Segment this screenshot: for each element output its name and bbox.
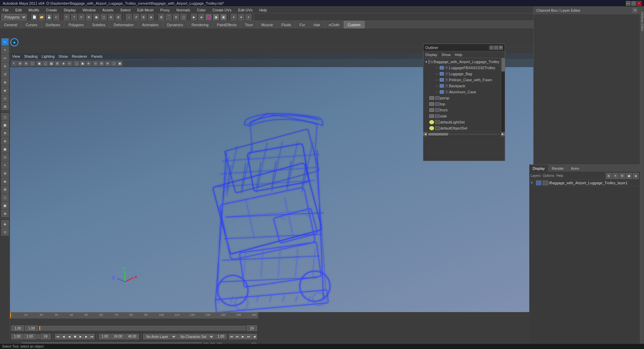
- layer-opt-icon[interactable]: ⚙: [619, 173, 625, 179]
- outliner-menu-display[interactable]: Display: [425, 53, 437, 57]
- tool-move[interactable]: ✛: [1, 62, 9, 70]
- menu-edit-mesh[interactable]: Edit Mesh: [136, 7, 155, 13]
- tab-deformation[interactable]: Deformation: [110, 21, 138, 29]
- help-label[interactable]: Help: [556, 174, 563, 178]
- outliner-max[interactable]: □: [494, 46, 498, 50]
- toolbar-paint[interactable]: ✏: [78, 14, 85, 20]
- pb-frame-end[interactable]: [111, 334, 125, 339]
- menu-edit[interactable]: Edit: [14, 7, 23, 13]
- pb-frame-start[interactable]: [99, 334, 111, 339]
- outliner-scrollbar[interactable]: [501, 58, 505, 132]
- pb-play-fwd[interactable]: ▶: [78, 334, 83, 339]
- tab-muscle[interactable]: Muscle: [257, 21, 277, 29]
- hscroll-right[interactable]: ▶: [501, 132, 505, 136]
- tab-fluids[interactable]: Fluids: [277, 21, 296, 29]
- outliner-hscroll[interactable]: ◀ ▶: [423, 132, 505, 136]
- tool-poke[interactable]: ▣: [1, 202, 9, 209]
- menu-display[interactable]: Display: [62, 7, 77, 13]
- outliner-item-persp[interactable]: ▶ persp: [423, 95, 501, 101]
- attr-editor-label[interactable]: Attribute Editor: [641, 11, 644, 32]
- tool-sculpt[interactable]: ◻: [1, 194, 9, 201]
- toolbar-undo[interactable]: ↩: [53, 14, 59, 20]
- layer-icon4[interactable]: ▣: [626, 173, 632, 179]
- tab-polygons[interactable]: Polygons: [64, 21, 88, 29]
- minimize-button[interactable]: —: [626, 1, 631, 6]
- menu-color[interactable]: Color: [196, 7, 207, 13]
- outliner-item-top[interactable]: ▶ top: [423, 101, 501, 107]
- pb-current-input[interactable]: [24, 334, 36, 339]
- outliner-item-backpack[interactable]: — ⊞ Backpack: [423, 83, 501, 89]
- cb-tab-render[interactable]: Render: [548, 165, 568, 172]
- start-time-input[interactable]: [11, 326, 24, 331]
- tool-merge[interactable]: ◈: [1, 178, 9, 185]
- tool-append[interactable]: ▣: [1, 145, 9, 153]
- toolbar-t5[interactable]: ⊗: [115, 14, 121, 20]
- toolbar-snap-point[interactable]: ⊕: [173, 14, 179, 20]
- layer-icon5[interactable]: ◈: [633, 173, 639, 179]
- menu-edit-uvs[interactable]: Edit UVs: [237, 7, 254, 13]
- outliner-min[interactable]: —: [489, 46, 493, 50]
- outliner-item-luggagebag[interactable]: — ⊞ Luggage_Bag: [423, 71, 501, 77]
- toolbar-t1[interactable]: ⊞: [86, 14, 92, 20]
- toolbar-light1[interactable]: ●: [231, 14, 237, 20]
- tab-rendering[interactable]: Rendering: [187, 21, 213, 29]
- menu-proxy[interactable]: Proxy: [159, 7, 171, 13]
- pb-loop5[interactable]: ◀: [252, 334, 257, 339]
- tab-fur[interactable]: Fur: [296, 21, 310, 29]
- tool-bevel[interactable]: ⊕: [1, 129, 9, 137]
- tool-lasso-select[interactable]: ⌖: [1, 46, 9, 54]
- maximize-button[interactable]: □: [631, 1, 636, 6]
- toolbar-snap-grid[interactable]: ⊞: [158, 14, 164, 20]
- layer-new-icon[interactable]: ⊞: [606, 173, 612, 179]
- tool-history[interactable]: ⊙: [1, 228, 9, 236]
- pb-loop2[interactable]: ⏭: [234, 334, 240, 339]
- tab-surfaces[interactable]: Surfaces: [42, 21, 64, 29]
- tab-toon[interactable]: Toon: [241, 21, 257, 29]
- tool-soft-select[interactable]: ⊙: [1, 95, 9, 102]
- pb-frame-end2[interactable]: [125, 334, 139, 339]
- toolbar-t2[interactable]: ▣: [93, 14, 99, 20]
- tool-marquee[interactable]: ◻: [1, 113, 9, 120]
- layer-list[interactable]: V /Baggage_with_Airport_Luggage_Trolley_…: [529, 180, 640, 345]
- tool-show-manipulator[interactable]: ⊞: [1, 103, 9, 110]
- toolbar-scale[interactable]: ⊕: [141, 14, 147, 20]
- tool-split[interactable]: ⊙: [1, 153, 9, 161]
- hscroll-track[interactable]: [428, 133, 500, 136]
- range-slider-track[interactable]: [36, 334, 40, 339]
- tool-offset[interactable]: ⊕: [1, 169, 9, 177]
- char-set-dropdown[interactable]: No Character Set: [177, 334, 214, 339]
- close-button[interactable]: ✕: [637, 1, 641, 6]
- menu-window[interactable]: Window: [81, 7, 97, 13]
- toolbar-lasso[interactable]: ⌖: [71, 14, 77, 20]
- menu-select[interactable]: Select: [119, 7, 132, 13]
- tab-subdivs[interactable]: Subdivs: [88, 21, 110, 29]
- pb-prev-key[interactable]: ⏮: [55, 334, 60, 339]
- tool-camera[interactable]: ◈: [1, 220, 9, 228]
- toolbar-light2[interactable]: ●: [238, 14, 244, 20]
- pb-stop[interactable]: ⏹: [72, 334, 77, 339]
- toolbar-universal[interactable]: ◈: [148, 14, 154, 20]
- pb-step-fwd[interactable]: ▶: [84, 334, 89, 339]
- outliner-close[interactable]: ✕: [499, 46, 503, 50]
- tab-custom[interactable]: Custom: [344, 21, 365, 29]
- outliner-item-objset[interactable]: ▶ defaultObjectSet: [423, 125, 501, 131]
- toolbar-move[interactable]: ↔: [126, 14, 132, 20]
- toolbar-ipr[interactable]: ◈: [198, 14, 204, 20]
- toolbar-rotate[interactable]: ↺: [133, 14, 139, 20]
- menu-create[interactable]: Create: [45, 7, 58, 13]
- tool-paint-select[interactable]: ✏: [1, 54, 9, 62]
- tool-cut[interactable]: ↖: [1, 161, 9, 169]
- toolbar-display-q[interactable]: ▣: [206, 14, 212, 20]
- menu-normals[interactable]: Normals: [175, 7, 192, 13]
- pb-loop[interactable]: ⏮: [229, 334, 234, 339]
- outliner-item-front[interactable]: ▶ front: [423, 107, 501, 113]
- toolbar-select[interactable]: ↖: [64, 14, 70, 20]
- outliner-item-side[interactable]: ▶ side: [423, 113, 501, 119]
- timeline-ruler[interactable]: 1 10 20 30 40 50 60 70 80 90 100 110 120…: [10, 312, 258, 319]
- anim-layer-dropdown[interactable]: No Anim Layer: [143, 334, 177, 339]
- pb-play-back[interactable]: ◀: [66, 334, 72, 339]
- toolbar-light3[interactable]: ●: [246, 14, 252, 20]
- menu-help[interactable]: Help: [258, 7, 268, 13]
- toolbar-snap-view[interactable]: ◻: [180, 14, 186, 20]
- pb-next-key[interactable]: ⏭: [89, 334, 95, 339]
